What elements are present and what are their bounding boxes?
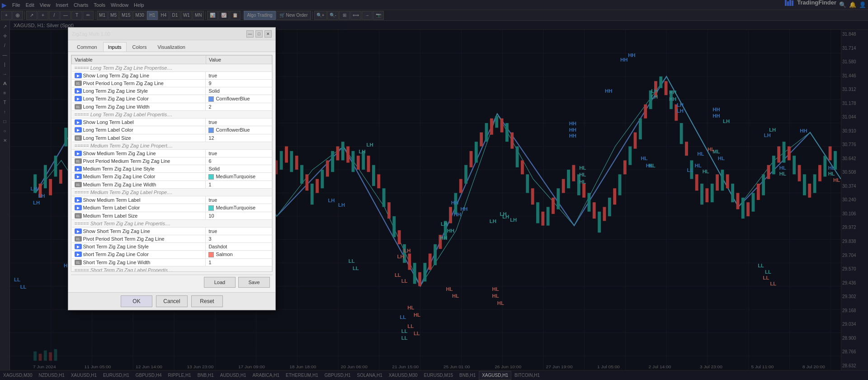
table-row[interactable]: ===== Short Term Zig Zag Label Propertis… — [72, 266, 272, 272]
row-icon: 01 — [75, 104, 82, 109]
col-variable: Variable — [72, 56, 206, 64]
table-row[interactable]: ▶Medium Term Label ColorMediumTurquoise — [72, 204, 272, 212]
dialog-minimize-btn[interactable]: — — [246, 30, 254, 38]
row-icon: ▶ — [75, 174, 82, 179]
table-row[interactable]: ===== Medium Term Zig Zag Label Prope...… — [72, 189, 272, 196]
table-row[interactable]: ===== Short Term Zig Zag Line Propertis.… — [72, 220, 272, 228]
zigzag-dialog: ZigZag Multi 1.00 — □ ✕ Common Inputs Co… — [68, 27, 276, 310]
row-icon: ▶ — [75, 252, 82, 257]
row-icon: ▶ — [75, 88, 82, 94]
table-row[interactable]: 01Pivot Period Long Term Zig Zag Line9 — [72, 80, 272, 87]
table-row[interactable]: ▶Long Term Label ColorCornflowerBlue — [72, 126, 272, 134]
save-btn[interactable]: Save — [238, 277, 270, 288]
dialog-titlebar: ZigZag Multi 1.00 — □ ✕ — [68, 28, 275, 40]
table-row[interactable]: 01Pivot Period Medium Term Zig Zag Line6 — [72, 157, 272, 165]
color-swatch — [208, 252, 214, 257]
table-row[interactable]: ▶Medium Term Zig Zag Line ColorMediumTur… — [72, 173, 272, 181]
table-row[interactable]: 01Long Term Zig Zag Line Width2 — [72, 103, 272, 111]
table-row[interactable]: ▶Show Medium Term Labeltrue — [72, 196, 272, 204]
dialog-footer: OK Cancel Reset — [68, 292, 275, 310]
dialog-title: ZigZag Multi 1.00 — [72, 31, 110, 37]
cancel-btn[interactable]: Cancel — [156, 295, 188, 307]
table-row[interactable]: 01Medium Term Zig Zag Line Width1 — [72, 181, 272, 189]
table-row[interactable]: ▶Show Medium Term Zig Zag Linetrue — [72, 150, 272, 157]
table-row[interactable]: ▶Short Term Zig Zag Line StyleDashdot — [72, 243, 272, 251]
ok-btn[interactable]: OK — [121, 295, 152, 307]
row-icon: ▶ — [75, 73, 82, 78]
row-icon: ▶ — [75, 205, 82, 210]
row-icon: ▶ — [75, 127, 82, 133]
settings-table-scroll[interactable]: Variable Value ===== Long Term Zig Zag L… — [71, 55, 273, 272]
row-icon: ▶ — [75, 119, 82, 125]
modal-overlay: ZigZag Multi 1.00 — □ ✕ Common Inputs Co… — [0, 0, 868, 380]
table-row[interactable]: ===== Medium Term Zig Zag Line Propert..… — [72, 142, 272, 150]
dialog-tabs: Common Inputs Colors Visualization — [68, 40, 275, 52]
row-icon: 01 — [75, 158, 82, 164]
row-icon: 01 — [75, 81, 82, 86]
row-icon: ▶ — [75, 151, 82, 156]
dialog-content: Variable Value ===== Long Term Zig Zag L… — [68, 52, 275, 292]
row-icon: ▶ — [75, 197, 82, 203]
table-row[interactable]: ===== Long Term Zig Zag Line Propertise.… — [72, 64, 272, 72]
color-swatch — [208, 128, 214, 133]
color-swatch — [208, 174, 214, 180]
table-row[interactable]: ===== Long Term Zig Zag Label Propertis.… — [72, 111, 272, 119]
table-row[interactable]: 01Medium Term Label Size10 — [72, 212, 272, 220]
table-row[interactable]: ▶Long Term Zig Zag Line StyleSolid — [72, 87, 272, 95]
col-value: Value — [206, 56, 272, 64]
row-icon: ▶ — [75, 96, 82, 101]
color-swatch — [208, 96, 214, 102]
table-row[interactable]: 01Pivot Period Short Term Zig Zag Line3 — [72, 235, 272, 243]
reset-btn[interactable]: Reset — [191, 295, 223, 307]
load-btn[interactable]: Load — [204, 277, 236, 288]
row-icon: ▶ — [75, 228, 82, 234]
settings-tbody: ===== Long Term Zig Zag Line Propertise.… — [72, 64, 272, 272]
color-swatch — [208, 205, 214, 211]
table-row[interactable]: ▶Long Term Zig Zag Line ColorCornflowerB… — [72, 95, 272, 103]
table-row[interactable]: ▶Show Long Term Labeltrue — [72, 119, 272, 126]
table-row[interactable]: ▶Show Long Term Zig Zag Linetrue — [72, 72, 272, 80]
table-row[interactable]: ▶Medium Term Zig Zag Line StyleSolid — [72, 165, 272, 173]
row-icon: 01 — [75, 213, 82, 218]
tab-visualization[interactable]: Visualization — [152, 42, 190, 52]
row-icon: 01 — [75, 236, 82, 242]
tab-colors[interactable]: Colors — [127, 42, 152, 52]
table-row[interactable]: 01Long Term Label Size12 — [72, 134, 272, 142]
dialog-action-row: Load Save — [71, 275, 273, 290]
dialog-restore-btn[interactable]: □ — [255, 30, 263, 38]
row-icon: 01 — [75, 135, 82, 141]
row-icon: ▶ — [75, 244, 82, 249]
table-row[interactable]: ▶Show Short Term Zig Zag Linetrue — [72, 228, 272, 235]
table-row[interactable]: ▶short Term Zig Zag Line ColorSalmon — [72, 251, 272, 259]
row-icon: 01 — [75, 182, 82, 187]
table-row[interactable]: 01Short Term Zig Zag Line Width1 — [72, 259, 272, 266]
row-icon: ▶ — [75, 166, 82, 171]
tab-common[interactable]: Common — [72, 42, 102, 52]
dialog-close-btn[interactable]: ✕ — [264, 30, 272, 38]
dialog-controls: — □ ✕ — [246, 30, 272, 38]
row-icon: 01 — [75, 260, 82, 265]
tab-inputs[interactable]: Inputs — [103, 42, 127, 52]
settings-table: Variable Value ===== Long Term Zig Zag L… — [71, 55, 272, 272]
